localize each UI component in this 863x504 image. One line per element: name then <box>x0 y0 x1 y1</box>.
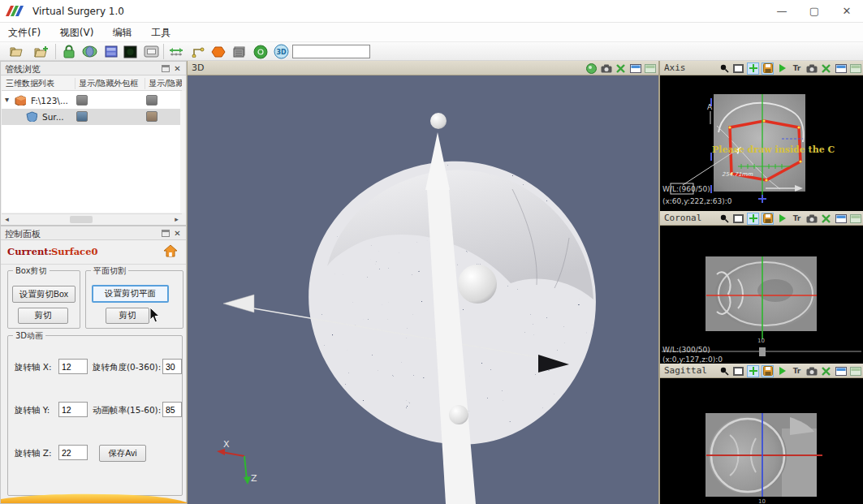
green-badge-icon[interactable] <box>252 43 269 60</box>
transform-icon[interactable]: Tr <box>791 365 803 377</box>
float-panel-icon[interactable] <box>162 230 170 237</box>
menu-view[interactable]: 视图(V) <box>52 23 102 43</box>
sphere-icon[interactable] <box>81 43 98 60</box>
slice-slider-handle[interactable] <box>759 347 766 356</box>
fit-view-icon[interactable] <box>615 62 627 75</box>
play-icon[interactable] <box>776 365 788 377</box>
reset-view-icon[interactable] <box>732 365 744 377</box>
fit-view-icon[interactable] <box>820 62 832 75</box>
view-3d: 3D <box>187 61 659 504</box>
blue-panels-icon[interactable] <box>102 43 119 60</box>
play-icon[interactable] <box>776 213 788 225</box>
dark-box-icon[interactable] <box>122 43 139 60</box>
tree-hscrollbar[interactable]: ◂ ▸ <box>2 213 182 224</box>
fit-view-icon[interactable] <box>820 365 832 377</box>
skull-render: X Z <box>188 75 658 504</box>
camera-icon[interactable] <box>805 365 818 377</box>
hscroll-thumb[interactable] <box>70 216 93 223</box>
camera-icon[interactable] <box>600 62 612 75</box>
layout-blue-icon[interactable] <box>835 62 847 75</box>
rotate-angle-input[interactable] <box>162 359 182 374</box>
toolbar-input[interactable] <box>292 45 370 58</box>
transform-icon[interactable]: Tr <box>791 62 803 75</box>
scroll-left-icon[interactable]: ◂ <box>2 214 12 225</box>
measure-arrows-icon[interactable] <box>167 43 184 60</box>
box-clip-button[interactable]: 剪切 <box>18 308 68 324</box>
camera-icon[interactable] <box>805 62 818 75</box>
coronal-image-area[interactable]: 10 W/L:(300/50) (x:0,y:127,z:0):0 <box>660 226 863 364</box>
frame-icon[interactable] <box>143 43 160 60</box>
layout-green-icon[interactable] <box>644 62 656 75</box>
layout-blue-icon[interactable] <box>835 365 847 377</box>
bbox-toggle-icon[interactable] <box>76 95 88 106</box>
svg-text:3D: 3D <box>276 49 287 56</box>
magnifier-icon[interactable] <box>718 365 730 377</box>
toolbar: 3D <box>0 42 863 61</box>
play-icon[interactable] <box>776 62 788 75</box>
control-panel-title: 控制面板 <box>5 228 41 240</box>
reset-view-icon[interactable] <box>732 62 744 75</box>
layout-green-icon[interactable] <box>849 62 861 75</box>
float-panel-icon[interactable] <box>162 65 170 72</box>
window-title: Virtual Surgery 1.0 <box>32 6 124 17</box>
magnifier-icon[interactable] <box>718 213 730 225</box>
menu-file[interactable]: 文件(F) <box>0 23 49 43</box>
volume-toggle-icon[interactable] <box>146 111 157 122</box>
set-clip-plane-button[interactable]: 设置剪切平面 <box>92 285 169 303</box>
save-icon[interactable] <box>762 213 774 225</box>
plane-clip-button[interactable]: 剪切 <box>106 308 149 324</box>
green-sphere-icon[interactable] <box>585 62 598 75</box>
layout-blue-icon[interactable] <box>835 213 847 225</box>
maximize-button[interactable]: ▢ <box>798 0 831 23</box>
save-icon[interactable] <box>762 62 774 75</box>
open-folder-icon[interactable] <box>8 43 25 60</box>
camera-icon[interactable] <box>805 213 818 225</box>
menu-tools[interactable]: 工具 <box>143 23 179 43</box>
box-clip-group-title: Box剪切 <box>13 265 50 277</box>
bbox-toggle-icon[interactable] <box>76 111 88 122</box>
rotate-axis-x-input[interactable] <box>58 359 88 374</box>
fit-view-icon[interactable] <box>820 213 832 225</box>
add-plane-icon[interactable] <box>747 365 759 377</box>
layout-blue-icon[interactable] <box>629 62 641 75</box>
lock-icon[interactable] <box>60 43 77 60</box>
home-icon[interactable] <box>163 244 178 257</box>
layout-green-icon[interactable] <box>849 365 861 377</box>
coronal-wl-label: W/L:(300/50) <box>662 346 710 354</box>
layout-green-icon[interactable] <box>849 213 861 225</box>
axis-image-area[interactable]: A Please draw inside the C 254.71mm W/L:… <box>660 75 863 211</box>
minimize-button[interactable]: — <box>766 0 798 23</box>
frame-rate-input[interactable] <box>162 402 182 417</box>
sagittal-image-area[interactable]: 10 <box>660 378 863 504</box>
expand-caret-icon[interactable]: ▾ <box>5 95 9 104</box>
close-button[interactable]: ✕ <box>831 0 863 23</box>
volume-toggle-icon[interactable] <box>146 95 157 106</box>
tree-vscrollbar[interactable] <box>180 91 185 213</box>
surface-shield-icon <box>26 111 37 122</box>
tree-row-surface[interactable]: Sur... <box>2 109 182 125</box>
axis-view-title: Axis <box>664 62 686 73</box>
3d-badge-icon[interactable]: 3D <box>273 43 290 60</box>
rotate-axis-y-input[interactable] <box>58 402 88 417</box>
open-folder-add-icon[interactable] <box>32 43 50 60</box>
add-plane-icon[interactable] <box>747 213 759 225</box>
polyline-icon[interactable] <box>190 43 207 60</box>
save-avi-button[interactable]: 保存Avi <box>99 445 146 462</box>
slice-slider-label: 10 <box>758 498 766 504</box>
close-panel-icon[interactable]: ✕ <box>172 63 183 74</box>
layers-icon[interactable] <box>231 43 248 60</box>
tree-row-dataset[interactable]: ▾ F:\123\... <box>2 93 182 109</box>
3d-viewport[interactable]: X Z <box>188 75 658 504</box>
add-plane-icon[interactable] <box>747 62 759 75</box>
close-panel-icon[interactable]: ✕ <box>172 228 183 239</box>
reset-view-icon[interactable] <box>732 213 744 225</box>
scroll-right-icon[interactable]: ▸ <box>171 214 182 225</box>
save-icon[interactable] <box>762 365 774 377</box>
coronal-view-header: Coronal Tr <box>660 211 863 226</box>
transform-icon[interactable]: Tr <box>791 213 803 225</box>
menu-edit[interactable]: 编辑 <box>105 23 140 43</box>
magnifier-icon[interactable] <box>718 62 730 75</box>
hexagon-icon[interactable] <box>209 43 227 60</box>
set-clip-box-button[interactable]: 设置剪切Box <box>12 286 76 303</box>
rotate-axis-z-input[interactable] <box>58 445 88 460</box>
